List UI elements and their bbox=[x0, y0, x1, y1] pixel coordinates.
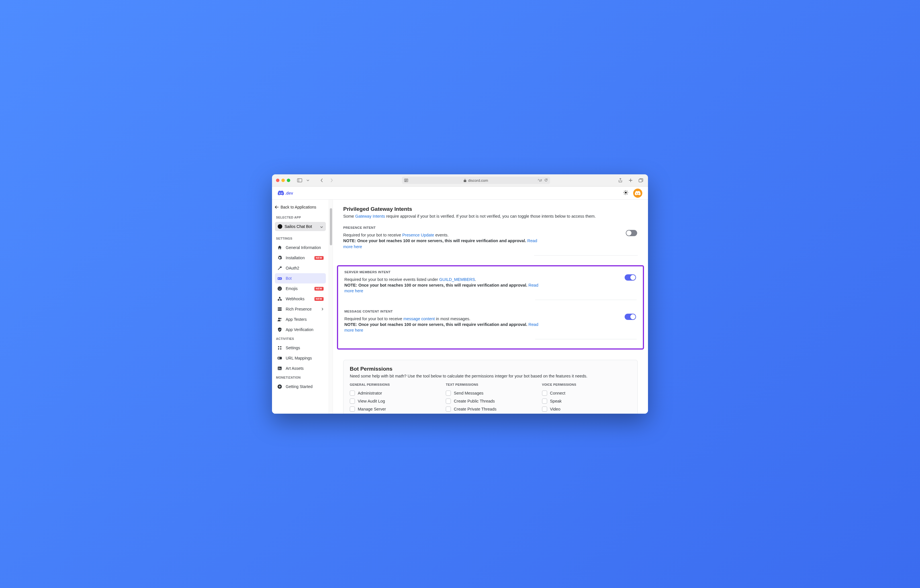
presence-update-link[interactable]: Presence Update bbox=[402, 233, 434, 237]
server-members-intent-toggle[interactable] bbox=[625, 274, 636, 280]
sidebar-item-getting-started[interactable]: Getting Started bbox=[275, 381, 326, 392]
permission-item[interactable]: Speak bbox=[542, 397, 631, 405]
new-tab-icon[interactable] bbox=[627, 177, 634, 183]
minimize-window[interactable] bbox=[282, 179, 285, 182]
chevron-right-icon bbox=[322, 307, 324, 311]
address-bar[interactable]: discord.com ᴬ⇄ bbox=[402, 177, 550, 184]
highlighted-intents: SERVER MEMBERS INTENT Required for your … bbox=[337, 265, 644, 350]
shield-check-icon bbox=[277, 327, 282, 332]
checkbox[interactable] bbox=[542, 407, 547, 411]
app-name: Sailos Chat Bot bbox=[285, 224, 312, 229]
new-badge: NEW bbox=[314, 256, 324, 260]
svg-line-12 bbox=[624, 191, 625, 191]
permission-item[interactable]: Administrator bbox=[350, 389, 439, 397]
sidebar-item-app-testers[interactable]: App Testers bbox=[275, 314, 326, 324]
sidebar-item-label: Settings bbox=[286, 346, 300, 350]
close-window[interactable] bbox=[276, 179, 279, 182]
sidebar-item-label: Webhooks bbox=[286, 297, 305, 301]
fullscreen-window[interactable] bbox=[287, 179, 290, 182]
message-content-link[interactable]: message content bbox=[403, 316, 435, 321]
sidebar-scrollbar[interactable] bbox=[329, 200, 333, 414]
sidebar-toggle-icon[interactable] bbox=[296, 177, 303, 183]
permission-item[interactable]: Manage Server bbox=[350, 405, 439, 413]
translate-icon[interactable]: ᴬ⇄ bbox=[538, 178, 542, 182]
permissions-column-voice: VOICE PERMISSIONS ConnectSpeakVideoMute … bbox=[542, 383, 631, 414]
permission-item[interactable]: Create Public Threads bbox=[446, 397, 535, 405]
readermode-icon[interactable] bbox=[404, 179, 408, 182]
reload-icon[interactable] bbox=[544, 178, 548, 182]
nav-forward-icon[interactable] bbox=[329, 177, 335, 183]
sidebar-item-webhooks[interactable]: Webhooks NEW bbox=[275, 294, 326, 304]
gateway-intents-link[interactable]: Gateway Intents bbox=[355, 214, 385, 219]
intent-desc: Required for your bot to receive events … bbox=[344, 277, 544, 294]
sidebar-item-bot[interactable]: Bot bbox=[275, 273, 326, 283]
permission-item[interactable]: Video bbox=[542, 405, 631, 413]
message-content-intent-block: MESSAGE CONTENT INTENT Required for your… bbox=[344, 310, 637, 346]
sidebar-item-installation[interactable]: Installation NEW bbox=[275, 253, 326, 263]
page-subtitle: Some Gateway Intents require approval if… bbox=[343, 214, 638, 219]
url-text: discord.com bbox=[468, 178, 488, 183]
svg-point-16 bbox=[278, 287, 282, 291]
svg-point-25 bbox=[278, 317, 280, 319]
titlebar: discord.com ᴬ⇄ bbox=[272, 174, 648, 186]
discord-dev-logo[interactable]: .dev bbox=[278, 191, 293, 196]
logo-text: .dev bbox=[285, 191, 293, 196]
sidebar-item-general-information[interactable]: General Information bbox=[275, 243, 326, 253]
app-avatar-icon bbox=[278, 224, 282, 229]
sidebar-item-label: Rich Presence bbox=[286, 307, 312, 311]
share-icon[interactable] bbox=[617, 177, 624, 183]
checkbox[interactable] bbox=[446, 407, 451, 411]
permission-item[interactable]: Send Messages bbox=[446, 389, 535, 397]
checkbox[interactable] bbox=[542, 398, 547, 404]
sidebar-item-emojis[interactable]: Emojis NEW bbox=[275, 283, 326, 294]
chevron-down-icon bbox=[320, 224, 323, 229]
checkbox[interactable] bbox=[542, 390, 547, 396]
sidebar-item-label: Bot bbox=[286, 276, 292, 280]
guild-members-link[interactable]: GUILD_MEMBERS bbox=[439, 277, 475, 282]
tabs-overview-icon[interactable] bbox=[638, 177, 644, 183]
permission-item[interactable]: Create Private Threads bbox=[446, 405, 535, 413]
back-to-applications[interactable]: Back to Applications bbox=[275, 203, 326, 213]
checkbox[interactable] bbox=[350, 390, 355, 396]
sidebar-item-label: App Verification bbox=[286, 327, 313, 332]
permission-label: Administrator bbox=[358, 391, 382, 395]
scrollbar-thumb[interactable] bbox=[330, 208, 332, 245]
permission-item[interactable]: Send Messages in Threads bbox=[446, 413, 535, 414]
sidebar-item-art-assets[interactable]: Art Assets bbox=[275, 363, 326, 374]
checkbox[interactable] bbox=[446, 390, 451, 396]
intent-title: MESSAGE CONTENT INTENT bbox=[344, 310, 637, 313]
nav-back-icon[interactable] bbox=[319, 177, 325, 183]
theme-toggle-icon[interactable] bbox=[623, 190, 628, 196]
permission-item[interactable]: Mute Members bbox=[542, 413, 631, 414]
sidebar-item-oauth2[interactable]: OAuth2 bbox=[275, 263, 326, 273]
image-icon bbox=[277, 366, 282, 371]
permission-item[interactable]: Manage Roles bbox=[350, 413, 439, 414]
presence-intent-toggle[interactable] bbox=[626, 230, 637, 236]
chevron-down-icon[interactable] bbox=[306, 177, 309, 183]
svg-point-7 bbox=[625, 191, 627, 193]
message-content-intent-toggle[interactable] bbox=[625, 314, 636, 320]
permissions-subtitle: Need some help with bit math? Use the to… bbox=[350, 374, 631, 378]
sidebar-item-activity-settings[interactable]: Settings bbox=[275, 343, 326, 353]
permission-label: Connect bbox=[550, 391, 565, 395]
svg-line-15 bbox=[627, 191, 627, 191]
intent-desc: Required for your bot to receive Presenc… bbox=[343, 232, 543, 249]
checkbox[interactable] bbox=[446, 398, 451, 404]
sidebar-item-app-verification[interactable]: App Verification bbox=[275, 324, 326, 335]
sidebar-item-rich-presence[interactable]: Rich Presence bbox=[275, 304, 326, 314]
svg-point-26 bbox=[280, 318, 282, 319]
user-avatar[interactable] bbox=[633, 189, 642, 198]
sidebar-item-url-mappings[interactable]: URL Mappings bbox=[275, 353, 326, 363]
app-selector[interactable]: Sailos Chat Bot bbox=[275, 222, 326, 231]
browser-window: discord.com ᴬ⇄ .dev bbox=[272, 174, 648, 414]
home-icon bbox=[277, 245, 282, 250]
permissions-title: Bot Permissions bbox=[350, 366, 631, 372]
permission-item[interactable]: Connect bbox=[542, 389, 631, 397]
sidebar-item-label: Emojis bbox=[286, 287, 298, 291]
permission-item[interactable]: View Audit Log bbox=[350, 397, 439, 405]
arrow-left-icon bbox=[275, 206, 279, 209]
checkbox[interactable] bbox=[350, 407, 355, 411]
new-badge: NEW bbox=[314, 287, 324, 291]
checkbox[interactable] bbox=[350, 398, 355, 404]
sidebar-item-label: Art Assets bbox=[286, 366, 304, 370]
